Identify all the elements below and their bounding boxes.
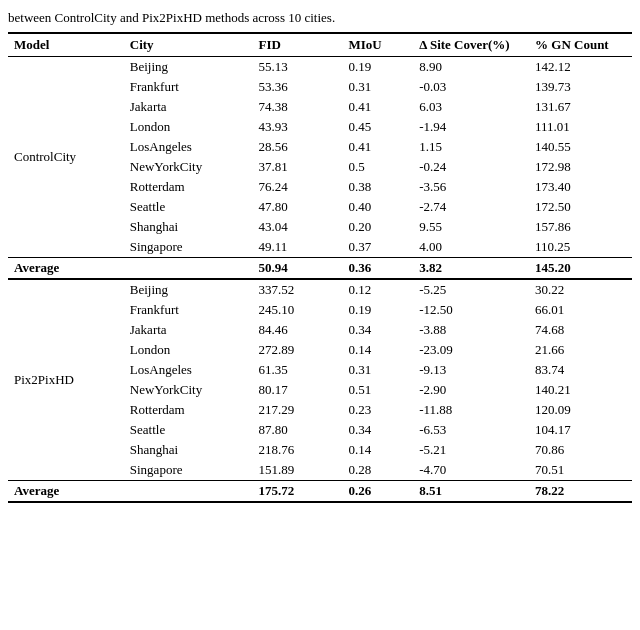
city-cell: NewYorkCity (124, 380, 253, 400)
city-cell: Rotterdam (124, 400, 253, 420)
gn-cell: 70.86 (529, 440, 632, 460)
gn-cell: 104.17 (529, 420, 632, 440)
site-cell: -2.74 (413, 197, 529, 217)
site-cell: -9.13 (413, 360, 529, 380)
site-cell: -3.56 (413, 177, 529, 197)
site-cell: 8.90 (413, 57, 529, 78)
site-cell: -6.53 (413, 420, 529, 440)
avg-site: 8.51 (413, 481, 529, 503)
gn-cell: 140.21 (529, 380, 632, 400)
model-cell: Pix2PixHD (8, 279, 124, 481)
city-cell: Shanghai (124, 217, 253, 237)
fid-cell: 43.04 (252, 217, 342, 237)
gn-cell: 83.74 (529, 360, 632, 380)
site-cell: 6.03 (413, 97, 529, 117)
city-cell: LosAngeles (124, 360, 253, 380)
avg-miou: 0.26 (342, 481, 413, 503)
header-gn: % GN Count (529, 33, 632, 57)
city-cell: LosAngeles (124, 137, 253, 157)
site-cell: -0.24 (413, 157, 529, 177)
site-cell: -4.70 (413, 460, 529, 481)
gn-cell: 142.12 (529, 57, 632, 78)
site-cell: -23.09 (413, 340, 529, 360)
city-cell: Shanghai (124, 440, 253, 460)
city-cell: Singapore (124, 237, 253, 258)
gn-cell: 157.86 (529, 217, 632, 237)
miou-cell: 0.28 (342, 460, 413, 481)
fid-cell: 217.29 (252, 400, 342, 420)
site-cell: -12.50 (413, 300, 529, 320)
avg-gn: 145.20 (529, 258, 632, 280)
city-cell: London (124, 117, 253, 137)
avg-fid: 175.72 (252, 481, 342, 503)
city-cell: London (124, 340, 253, 360)
miou-cell: 0.19 (342, 57, 413, 78)
gn-cell: 70.51 (529, 460, 632, 481)
fid-cell: 61.35 (252, 360, 342, 380)
city-cell: Rotterdam (124, 177, 253, 197)
miou-cell: 0.31 (342, 77, 413, 97)
fid-cell: 80.17 (252, 380, 342, 400)
fid-cell: 337.52 (252, 279, 342, 300)
avg-miou: 0.36 (342, 258, 413, 280)
fid-cell: 53.36 (252, 77, 342, 97)
site-cell: -5.25 (413, 279, 529, 300)
average-row: Average175.720.268.5178.22 (8, 481, 632, 503)
avg-gn: 78.22 (529, 481, 632, 503)
site-cell: 1.15 (413, 137, 529, 157)
fid-cell: 43.93 (252, 117, 342, 137)
city-cell: Seattle (124, 197, 253, 217)
fid-cell: 272.89 (252, 340, 342, 360)
miou-cell: 0.41 (342, 137, 413, 157)
intro-text: between ControlCity and Pix2PixHD method… (8, 10, 632, 26)
table-row: Pix2PixHDBeijing337.520.12-5.2530.22 (8, 279, 632, 300)
miou-cell: 0.38 (342, 177, 413, 197)
miou-cell: 0.14 (342, 440, 413, 460)
site-cell: 9.55 (413, 217, 529, 237)
gn-cell: 30.22 (529, 279, 632, 300)
miou-cell: 0.40 (342, 197, 413, 217)
site-cell: -11.88 (413, 400, 529, 420)
header-city: City (124, 33, 253, 57)
fid-cell: 218.76 (252, 440, 342, 460)
city-cell: NewYorkCity (124, 157, 253, 177)
fid-cell: 49.11 (252, 237, 342, 258)
table-header-row: Model City FID MIoU Δ Site Cover(%) % GN… (8, 33, 632, 57)
gn-cell: 21.66 (529, 340, 632, 360)
gn-cell: 139.73 (529, 77, 632, 97)
gn-cell: 172.98 (529, 157, 632, 177)
site-cell: 4.00 (413, 237, 529, 258)
gn-cell: 111.01 (529, 117, 632, 137)
fid-cell: 84.46 (252, 320, 342, 340)
city-cell: Frankfurt (124, 300, 253, 320)
gn-cell: 74.68 (529, 320, 632, 340)
fid-cell: 151.89 (252, 460, 342, 481)
average-label: Average (8, 258, 252, 280)
average-label: Average (8, 481, 252, 503)
site-cell: -1.94 (413, 117, 529, 137)
header-miou: MIoU (342, 33, 413, 57)
city-cell: Seattle (124, 420, 253, 440)
miou-cell: 0.14 (342, 340, 413, 360)
city-cell: Jakarta (124, 97, 253, 117)
site-cell: -0.03 (413, 77, 529, 97)
gn-cell: 131.67 (529, 97, 632, 117)
city-cell: Beijing (124, 57, 253, 78)
avg-fid: 50.94 (252, 258, 342, 280)
header-site: Δ Site Cover(%) (413, 33, 529, 57)
miou-cell: 0.34 (342, 420, 413, 440)
city-cell: Jakarta (124, 320, 253, 340)
fid-cell: 74.38 (252, 97, 342, 117)
miou-cell: 0.19 (342, 300, 413, 320)
fid-cell: 47.80 (252, 197, 342, 217)
gn-cell: 110.25 (529, 237, 632, 258)
site-cell: -3.88 (413, 320, 529, 340)
fid-cell: 245.10 (252, 300, 342, 320)
miou-cell: 0.31 (342, 360, 413, 380)
header-fid: FID (252, 33, 342, 57)
miou-cell: 0.37 (342, 237, 413, 258)
fid-cell: 87.80 (252, 420, 342, 440)
miou-cell: 0.51 (342, 380, 413, 400)
site-cell: -5.21 (413, 440, 529, 460)
model-cell: ControlCity (8, 57, 124, 258)
